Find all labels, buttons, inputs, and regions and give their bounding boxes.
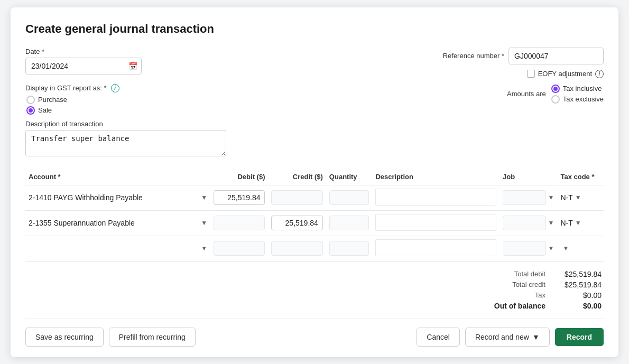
total-credit-label: Total credit [493,281,545,288]
credit-input-1[interactable] [271,190,322,205]
tax-inclusive-option[interactable]: Tax inclusive [551,85,604,93]
quantity-input-2[interactable] [329,216,369,230]
page-title: Create general journal transaction [25,22,604,36]
tax-exclusive-radio[interactable] [551,95,560,104]
calendar-icon[interactable]: 📅 [128,62,137,70]
out-of-balance-label: Out of balance [493,302,545,310]
out-of-balance-value: $0.00 [554,302,602,310]
quantity-input-3[interactable] [329,241,369,256]
quantity-input-1[interactable] [329,190,369,205]
record-new-button[interactable]: Record and new ▼ [465,328,550,347]
reference-label: Reference number * [443,52,504,60]
debit-input-2[interactable] [214,216,265,230]
eofy-checkbox[interactable] [527,70,535,78]
credit-input-2[interactable] [271,216,322,230]
debit-header: Debit ($) [210,169,268,185]
debit-input-3[interactable] [214,241,265,256]
purchase-label: Purchase [38,96,67,104]
job-input-2[interactable] [503,216,546,230]
save-recurring-button[interactable]: Save as recurring [25,328,104,347]
taxcode-val-2: N-T [560,219,572,227]
credit-input-3[interactable] [271,241,322,256]
account-chevron-1[interactable]: ▼ [201,194,207,201]
quantity-header: Quantity [326,169,373,185]
job-input-1[interactable] [503,190,546,205]
tax-value: $0.00 [554,291,602,300]
cancel-button[interactable]: Cancel [417,328,460,347]
taxcode-val-1: N-T [560,193,572,202]
job-chevron-2[interactable]: ▼ [548,219,554,227]
desc-cell-input-2[interactable] [375,214,496,231]
taxcode-chevron-2[interactable]: ▼ [575,219,581,227]
debit-input-1[interactable] [214,190,265,205]
tax-inclusive-radio[interactable] [551,85,560,93]
job-chevron-3[interactable]: ▼ [548,245,554,252]
description-input[interactable]: Transfer super balance [25,130,226,156]
total-debit-label: Total debit [493,270,545,278]
account-select-1[interactable]: 2-1410 PAYG Withholding Payable [29,193,199,202]
account-chevron-3[interactable]: ▼ [201,245,207,252]
account-chevron-2[interactable]: ▼ [201,219,207,227]
prefill-button[interactable]: Prefill from recurring [109,328,196,347]
table-row: ▼ [25,236,604,261]
tax-label: Tax [493,291,545,299]
taxcode-header: Tax code * [557,169,604,185]
eofy-label: EOFY adjustment [538,70,592,78]
taxcode-chevron-1[interactable]: ▼ [575,194,581,201]
tax-inclusive-label: Tax inclusive [563,85,602,92]
job-header: Job [500,169,557,185]
record-new-chevron: ▼ [532,333,540,341]
tax-exclusive-label: Tax exclusive [563,95,604,103]
date-label: Date * [25,48,443,55]
total-credit-value: $25,519.84 [554,281,602,289]
purchase-radio[interactable] [26,96,35,104]
purchase-option[interactable]: Purchase [26,96,443,104]
taxcode-chevron-3[interactable]: ▼ [562,245,569,252]
record-button[interactable]: Record [555,328,604,346]
sale-label: Sale [38,106,52,114]
eofy-info-icon[interactable]: i [595,70,604,78]
reference-input[interactable] [508,48,604,64]
description-label: Description of transaction [25,120,443,128]
job-chevron-1[interactable]: ▼ [548,194,554,201]
table-row: 2-1410 PAYG Withholding Payable ▼ [25,185,604,210]
date-input[interactable] [25,58,142,74]
account-select-2[interactable]: 2-1355 Superannuation Payable [29,219,199,227]
description-header: Description [372,169,500,185]
sale-radio[interactable] [26,106,35,115]
total-debit-value: $25,519.84 [554,270,602,278]
amounts-label: Amounts are [507,90,546,98]
tax-exclusive-option[interactable]: Tax exclusive [551,95,604,104]
desc-cell-input-3[interactable] [375,239,496,256]
sale-option[interactable]: Sale [26,106,443,115]
desc-cell-input-1[interactable] [375,189,496,206]
gst-label: Display in GST report as: * [25,84,107,92]
table-row: 2-1355 Superannuation Payable ▼ [25,210,604,236]
credit-header: Credit ($) [268,169,326,185]
record-new-label: Record and new [475,333,529,341]
account-header: Account * [25,169,210,185]
gst-info-icon[interactable]: i [111,84,119,92]
job-input-3[interactable] [503,241,546,256]
